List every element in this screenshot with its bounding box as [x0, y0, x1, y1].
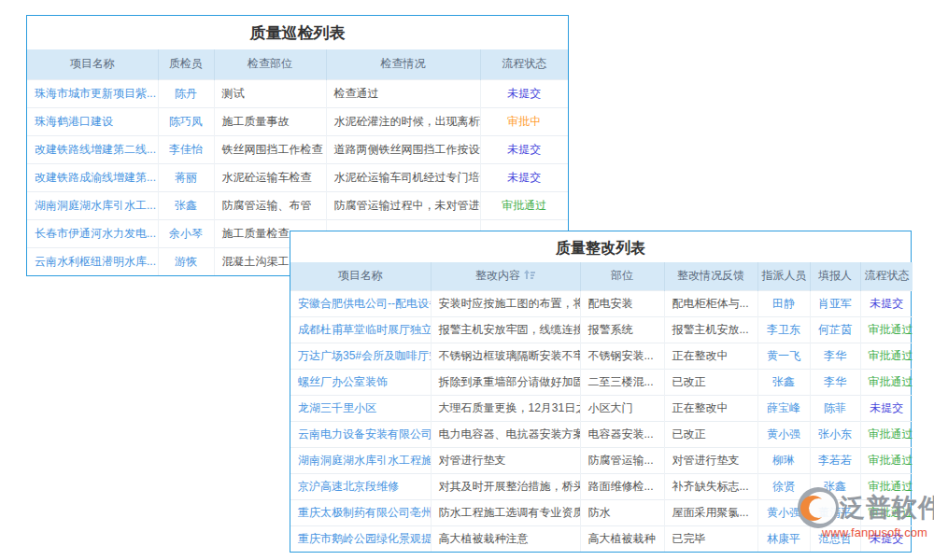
rectification-cell-project[interactable]: 成都杜甫草堂临时展厅独立展...: [290, 316, 431, 343]
inspection-cell-inspector[interactable]: 陈巧凤: [158, 107, 214, 135]
column-header-content[interactable]: 整改内容: [431, 262, 580, 290]
sort-icon[interactable]: [524, 271, 535, 280]
rectification-cell-assignee[interactable]: 薛宝峰: [757, 395, 810, 421]
inspection-cell-project[interactable]: 湖南洞庭湖水库引水工...: [27, 191, 158, 219]
rectification-cell-assignee[interactable]: 田静: [757, 290, 810, 316]
table-row[interactable]: 珠海鹤港口建设陈巧凤施工质量事故水泥砼灌注的时候，出现离析现象审批中: [27, 107, 568, 135]
rectification-cell-reporter[interactable]: 李华: [810, 343, 860, 369]
rectification-cell-project[interactable]: 万达广场35#会所及咖啡厅空...: [290, 343, 431, 369]
column-header-label: 流程状态: [865, 269, 910, 282]
column-header-label: 项目名称: [70, 57, 115, 70]
rectification-cell-reporter[interactable]: 李若若: [810, 447, 860, 473]
rectification-cell-project[interactable]: 京沪高速北京段维修: [290, 473, 431, 499]
rectification-cell-project[interactable]: 重庆市鹅岭公园绿化景观提升...: [290, 525, 431, 552]
rectification-cell-status: 审批通过: [860, 369, 913, 395]
rectification-cell-project[interactable]: 湖南洞庭湖水库引水工程施工I标: [290, 447, 431, 473]
rectification-cell-status: 审批通过: [860, 421, 913, 447]
watermark-brand: 泛普软件: [840, 491, 934, 525]
rectification-cell-feedback: 已改正: [664, 369, 757, 395]
inspection-cell-status: 审批通过: [480, 191, 568, 219]
rectification-cell-content: 防水工程施工选调有专业资质...: [431, 499, 580, 525]
rectification-cell-feedback: 正在整改中: [664, 395, 757, 421]
rectification-cell-project[interactable]: 螺丝厂办公室装饰: [290, 369, 431, 395]
table-row[interactable]: 安徽合肥供电公司--配电设备...安装时应按施工图的布置，将...配电安装配电柜…: [290, 290, 913, 316]
inspection-cell-situation: 道路两侧铁丝网围挡工作按设计...: [326, 135, 480, 163]
inspection-table-title: 质量巡检列表: [27, 16, 568, 49]
column-header-label: 检查部位: [248, 57, 292, 70]
inspection-cell-project[interactable]: 改建铁路线增建第二线...: [27, 135, 158, 163]
column-header-project: 项目名称: [27, 49, 158, 79]
rectification-cell-part: 高大植被栽种: [580, 525, 664, 552]
rectification-cell-content: 对管进行垫支: [431, 447, 580, 473]
inspection-cell-inspector[interactable]: 游恢: [158, 247, 214, 275]
column-header-status: 流程状态: [480, 49, 568, 79]
inspection-cell-part: 测试: [214, 79, 326, 107]
rectification-cell-project[interactable]: 安徽合肥供电公司--配电设备...: [290, 290, 431, 316]
rectification-cell-project[interactable]: 重庆太极制药有限公司亳州中...: [290, 499, 431, 525]
table-row[interactable]: 改建铁路成渝线增建第...蒋丽水泥砼运输车检查水泥砼运输车司机经过专门培训...…: [27, 163, 568, 191]
rectification-table-title: 质量整改列表: [290, 231, 911, 262]
inspection-cell-project[interactable]: 改建铁路成渝线增建第...: [27, 163, 158, 191]
rectification-cell-content: 大理石质量更换，12月31日之...: [431, 395, 580, 421]
rectification-cell-assignee[interactable]: 李卫东: [757, 316, 810, 343]
rectification-cell-assignee[interactable]: 黄一飞: [757, 343, 810, 369]
inspection-cell-part: 水泥砼运输车检查: [214, 163, 326, 191]
rectification-cell-content: 电力电容器、电抗器安装方案,...: [431, 421, 580, 447]
column-header-label: 整改内容: [475, 269, 520, 282]
rectification-cell-part: 防腐管运输...: [580, 447, 664, 473]
inspection-cell-inspector[interactable]: 蒋丽: [158, 163, 214, 191]
rectification-cell-reporter[interactable]: 陈菲: [810, 395, 860, 421]
rectification-cell-assignee[interactable]: 黄小强: [757, 421, 810, 447]
rectification-cell-part: 报警系统: [580, 316, 664, 343]
table-row[interactable]: 湖南洞庭湖水库引水工程施工I标对管进行垫支防腐管运输...对管进行垫支柳琳李若若…: [290, 447, 913, 473]
inspection-cell-project[interactable]: 长春市伊通河水力发电...: [27, 219, 158, 247]
rectification-cell-status: 未提交: [860, 290, 913, 316]
column-header-assignee: 指派人员: [757, 262, 810, 290]
column-header-inspector: 质检员: [158, 49, 214, 79]
column-header-label: 流程状态: [502, 57, 546, 70]
inspection-cell-status: 审批中: [480, 107, 568, 135]
table-row[interactable]: 云南电力设备安装有限公司20...电力电容器、电抗器安装方案,...电容器安装.…: [290, 421, 913, 447]
rectification-cell-part: 路面维修检...: [580, 473, 664, 499]
rectification-cell-project[interactable]: 龙湖三千里小区: [290, 395, 431, 421]
table-row[interactable]: 成都杜甫草堂临时展厅独立展...报警主机安放牢固，线缆连接...报警系统报警主机…: [290, 316, 913, 343]
inspection-cell-inspector[interactable]: 余小琴: [158, 219, 214, 247]
table-row[interactable]: 改建铁路线增建第二线...李佳怡铁丝网围挡工作检查道路两侧铁丝网围挡工作按设计.…: [27, 135, 568, 163]
inspection-cell-inspector[interactable]: 陈丹: [158, 79, 214, 107]
column-header-feedback: 整改情况反馈: [664, 262, 757, 290]
inspection-cell-situation: 检查通过: [326, 79, 480, 107]
rectification-cell-feedback: 补齐缺失标志...: [664, 473, 757, 499]
column-header-label: 质检员: [169, 57, 203, 70]
table-row[interactable]: 万达广场35#会所及咖啡厅空...不锈钢边框玻璃隔断安装不牢...不锈钢安装..…: [290, 343, 913, 369]
inspection-cell-project[interactable]: 云南水利枢纽潜明水库...: [27, 247, 158, 275]
inspection-cell-part: 施工质量事故: [214, 107, 326, 135]
table-row[interactable]: 湖南洞庭湖水库引水工...张鑫防腐管运输、布管防腐管运输过程中，未对管进行...…: [27, 191, 568, 219]
table-row[interactable]: 珠海市城市更新项目紫...陈丹测试检查通过未提交: [27, 79, 568, 107]
rectification-cell-part: 不锈钢安装...: [580, 343, 664, 369]
column-header-label: 部位: [611, 269, 633, 282]
rectification-cell-status: 未提交: [860, 395, 913, 421]
rectification-cell-part: 防水: [580, 499, 664, 525]
rectification-cell-reporter[interactable]: 张小东: [810, 421, 860, 447]
inspection-cell-inspector[interactable]: 张鑫: [158, 191, 214, 219]
inspection-cell-status: 未提交: [480, 79, 568, 107]
column-header-label: 项目名称: [338, 269, 383, 282]
rectification-cell-project[interactable]: 云南电力设备安装有限公司20...: [290, 421, 431, 447]
rectification-cell-reporter[interactable]: 李华: [810, 369, 860, 395]
rectification-cell-reporter[interactable]: 肖亚军: [810, 290, 860, 316]
rectification-cell-status: 审批通过: [860, 343, 913, 369]
inspection-cell-part: 铁丝网围挡工作检查: [214, 135, 326, 163]
column-header-situation: 检查情况: [326, 49, 480, 79]
rectification-cell-part: 二至三楼混...: [580, 369, 664, 395]
rectification-cell-reporter[interactable]: 何芷茵: [810, 316, 860, 343]
rectification-cell-assignee[interactable]: 张鑫: [757, 369, 810, 395]
header-row: 项目名称质检员检查部位检查情况流程状态: [27, 49, 568, 79]
rectification-cell-assignee[interactable]: 柳琳: [757, 447, 810, 473]
table-row[interactable]: 龙湖三千里小区大理石质量更换，12月31日之...小区大门正在整改中薛宝峰陈菲未…: [290, 395, 913, 421]
column-header-part: 部位: [580, 262, 664, 290]
inspection-cell-project[interactable]: 珠海鹤港口建设: [27, 107, 158, 135]
rectification-cell-feedback: 屋面采用聚氯...: [664, 499, 757, 525]
inspection-cell-project[interactable]: 珠海市城市更新项目紫...: [27, 79, 158, 107]
table-row[interactable]: 螺丝厂办公室装饰拆除到承重墙部分请做好加固...二至三楼混...已改正张鑫李华审…: [290, 369, 913, 395]
inspection-cell-inspector[interactable]: 李佳怡: [158, 135, 214, 163]
